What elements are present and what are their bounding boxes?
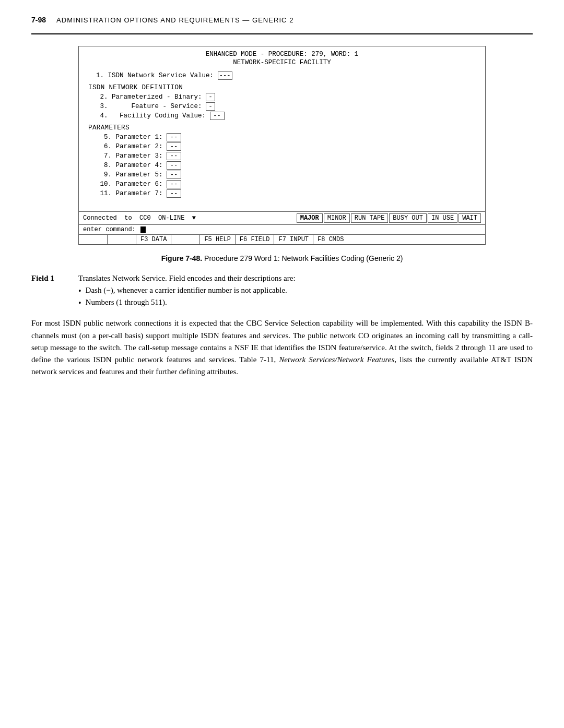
fkey-f8-cmds[interactable]: F8 CMDS xyxy=(313,235,348,244)
param-row-7: 7. Parameter 3: -- xyxy=(88,152,476,160)
terminal-field4-input[interactable]: -- xyxy=(210,112,225,120)
fkey-f3-data[interactable]: F3 DATA xyxy=(136,235,171,244)
terminal-field4-label: 4. Facility Coding Value: xyxy=(88,112,206,120)
param-label-11: 11. Parameter 7: xyxy=(88,190,163,197)
status-left-text: Connected to CC0 ON-LINE ▼ xyxy=(83,214,296,222)
bullet-item-0: •Dash (−), whenever a carrier identifier… xyxy=(78,286,533,296)
cmd-cursor xyxy=(140,226,146,233)
terminal-field2-label: 2. Parameterized - Binary: xyxy=(88,93,202,101)
field-label: Field 1 xyxy=(31,274,78,310)
fkey-f6-field[interactable]: F6 FIELD xyxy=(236,235,275,244)
param-row-5: 5. Parameter 1: -- xyxy=(88,133,476,141)
fkey-f5-help[interactable]: F5 HELP xyxy=(200,235,235,244)
bullet-list: •Dash (−), whenever a carrier identifier… xyxy=(78,286,533,308)
terminal-field3-input[interactable]: - xyxy=(206,102,215,111)
body-paragraphs: For most ISDN public network connections… xyxy=(31,317,533,378)
param-label-6: 6. Parameter 2: xyxy=(88,143,163,150)
bullet-text-0: Dash (−), whenever a carrier identifier … xyxy=(86,286,287,295)
param-input-9[interactable]: -- xyxy=(167,171,181,179)
status-btn-minor[interactable]: MINOR xyxy=(324,213,350,223)
header-rule xyxy=(31,33,533,34)
status-btn-run-tape[interactable]: RUN TAPE xyxy=(351,213,389,223)
param-row-10: 10. Parameter 6: -- xyxy=(88,180,476,188)
terminal-header: ENHANCED MODE - PROCEDURE: 279, WORD: 1 xyxy=(88,51,476,58)
param-input-6[interactable]: -- xyxy=(167,142,181,151)
param-label-5: 5. Parameter 1: xyxy=(88,134,163,141)
status-btn-busy-out[interactable]: BUSY OUT xyxy=(389,213,427,223)
param-input-8[interactable]: -- xyxy=(167,161,181,170)
param-input-5[interactable]: -- xyxy=(167,133,181,141)
bullet-text-1: Numbers (1 through 511). xyxy=(86,298,167,307)
figure-caption-bold: Figure 7-48. xyxy=(161,254,203,262)
field-section: Field 1 Translates Network Service. Fiel… xyxy=(31,274,533,310)
param-label-8: 8. Parameter 4: xyxy=(88,162,163,169)
fkey-f7-input[interactable]: F7 INPUT xyxy=(274,235,313,244)
terminal-field1-row: 1. ISDN Network Service Value: --- xyxy=(88,71,476,80)
terminal-subheader: NETWORK-SPECIFIC FACILITY xyxy=(88,59,476,66)
param-label-9: 9. Parameter 5: xyxy=(88,171,163,178)
param-label-7: 7. Parameter 3: xyxy=(88,152,163,160)
status-btn-major[interactable]: MAJOR xyxy=(297,213,323,223)
figure-caption-text: Procedure 279 Word 1: Network Facilities… xyxy=(202,254,403,262)
terminal-field1-input[interactable]: --- xyxy=(218,71,232,80)
terminal-cmd-bar: enter command: xyxy=(79,224,485,234)
param-row-9: 9. Parameter 5: -- xyxy=(88,171,476,179)
field-content: Translates Network Service. Field encode… xyxy=(78,274,533,310)
terminal-field2-row: 2. Parameterized - Binary: - xyxy=(88,93,476,101)
params-container: 5. Parameter 1: -- 6. Parameter 2: -- 7.… xyxy=(88,133,476,198)
bullet-dot-1: • xyxy=(78,298,81,308)
terminal-params-section: PARAMETERS xyxy=(88,124,476,132)
field-intro: Translates Network Service. Field encode… xyxy=(78,274,296,282)
terminal-body: ENHANCED MODE - PROCEDURE: 279, WORD: 1 … xyxy=(79,46,485,205)
bullet-item-1: •Numbers (1 through 511). xyxy=(78,298,533,308)
terminal-isdn-section: ISDN NETWORK DEFINITION xyxy=(88,84,476,91)
status-btn-wait[interactable]: WAIT xyxy=(459,213,481,223)
terminal-field1-label: 1. ISDN Network Service Value: xyxy=(88,72,214,79)
cmd-label: enter command: xyxy=(83,226,139,233)
param-row-8: 8. Parameter 4: -- xyxy=(88,161,476,170)
bullet-dot-0: • xyxy=(78,286,81,296)
figure-caption: Figure 7-48. Procedure 279 Word 1: Netwo… xyxy=(31,254,533,262)
page-header: 7-98 ADMINISTRATION OPTIONS AND REQUIREM… xyxy=(31,16,533,24)
param-input-10[interactable]: -- xyxy=(167,180,181,188)
param-row-11: 11. Parameter 7: -- xyxy=(88,189,476,198)
terminal-field2-input[interactable]: - xyxy=(206,93,215,101)
terminal-field3-row: 3. Feature - Service: - xyxy=(88,102,476,111)
page-title: ADMINISTRATION OPTIONS AND REQUIREMENTS … xyxy=(56,16,293,24)
status-btn-in-use[interactable]: IN USE xyxy=(428,213,457,223)
fkey-input-4[interactable] xyxy=(171,235,200,244)
fkey-bar: F3 DATA F5 HELP F6 FIELD F7 INPUT F8 CMD… xyxy=(79,234,485,244)
param-label-10: 10. Parameter 6: xyxy=(88,181,163,188)
page-number: 7-98 xyxy=(31,16,46,24)
terminal-field4-row: 4. Facility Coding Value: -- xyxy=(88,112,476,120)
terminal-status-bar: Connected to CC0 ON-LINE ▼ MAJOR MINOR R… xyxy=(79,211,485,224)
param-input-11[interactable]: -- xyxy=(167,189,181,198)
param-input-7[interactable]: -- xyxy=(167,152,181,160)
body-paragraph-0: For most ISDN public network connections… xyxy=(31,317,533,378)
fkey-input-2[interactable] xyxy=(108,235,136,244)
terminal-field3-label: 3. Feature - Service: xyxy=(88,103,202,110)
terminal-screen: ENHANCED MODE - PROCEDURE: 279, WORD: 1 … xyxy=(78,46,486,245)
param-row-6: 6. Parameter 2: -- xyxy=(88,142,476,151)
fkey-input-1[interactable] xyxy=(79,235,108,244)
